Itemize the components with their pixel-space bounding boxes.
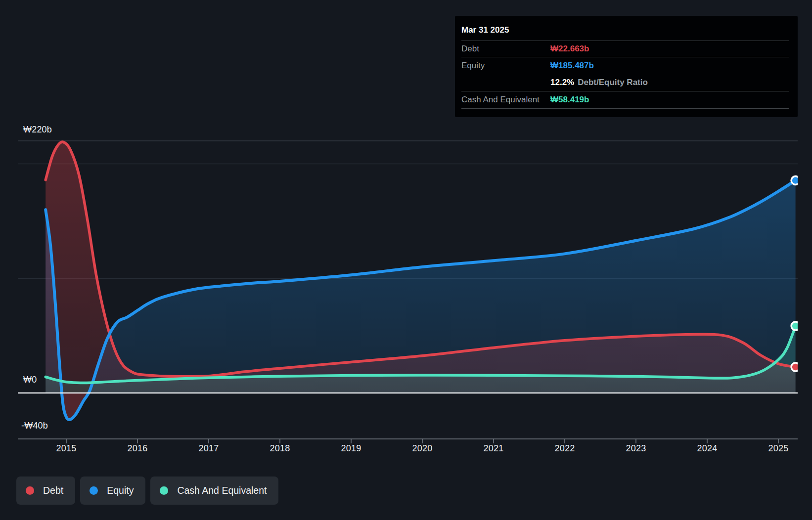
x-axis-label-2025: 2025	[756, 443, 801, 454]
cash-end-marker[interactable]	[791, 322, 800, 330]
tooltip-debt-label: Debt	[461, 44, 550, 54]
x-axis-label-2015: 2015	[44, 443, 89, 454]
x-axis-label-2019: 2019	[329, 443, 373, 454]
debt-equity-ratio-label: Debt/Equity Ratio	[578, 78, 648, 87]
legend-item-equity[interactable]: Equity	[80, 477, 145, 505]
tooltip-row-debt: Debt ₩22.663b	[461, 41, 789, 57]
legend-item-debt[interactable]: Debt	[16, 477, 75, 505]
legend-item-cash[interactable]: Cash And Equivalent	[150, 477, 278, 505]
tooltip: Mar 31 2025 Debt ₩22.663b Equity ₩185.48…	[455, 16, 798, 117]
x-axis-label-2023: 2023	[614, 443, 658, 454]
legend-label: Cash And Equivalent	[177, 485, 267, 496]
legend: DebtEquityCash And Equivalent	[16, 477, 278, 505]
x-axis-label-2018: 2018	[258, 443, 302, 454]
tooltip-date: Mar 31 2025	[461, 16, 789, 41]
x-axis-label-2021: 2021	[471, 443, 516, 454]
tooltip-cash-value: ₩58.419b	[550, 95, 589, 105]
tooltip-row-ratio: 12.2% Debt/Equity Ratio	[461, 74, 789, 91]
debt-legend-dot-icon	[26, 486, 34, 495]
debt-end-marker[interactable]	[791, 363, 800, 371]
tooltip-debt-value: ₩22.663b	[550, 44, 589, 54]
tooltip-equity-value: ₩185.487b	[550, 61, 594, 71]
x-axis-label-2020: 2020	[400, 443, 445, 454]
tooltip-row-equity: Equity ₩185.487b	[461, 57, 789, 74]
y-axis-label-220b: ₩220b	[23, 124, 52, 135]
equity-end-marker[interactable]	[791, 176, 800, 185]
x-axis-label-2024: 2024	[685, 443, 729, 454]
cash-legend-dot-icon	[160, 486, 168, 495]
tooltip-cash-label: Cash And Equivalent	[461, 95, 550, 105]
legend-label: Debt	[43, 485, 63, 496]
x-axis-label-2017: 2017	[186, 443, 231, 454]
x-axis-label-2022: 2022	[542, 443, 587, 454]
debt-equity-history-chart[interactable]: ₩220b ₩0 -₩40b 2015201620172018201920202…	[0, 0, 812, 520]
debt-equity-ratio-value: 12.2%	[550, 78, 574, 87]
x-axis-label-2016: 2016	[115, 443, 160, 454]
tooltip-row-cash: Cash And Equivalent ₩58.419b	[461, 91, 789, 109]
y-axis-label-neg40b: -₩40b	[21, 420, 48, 431]
legend-label: Equity	[107, 485, 134, 496]
y-axis-label-0: ₩0	[23, 374, 37, 385]
tooltip-equity-label: Equity	[461, 61, 550, 71]
equity-legend-dot-icon	[90, 486, 98, 495]
